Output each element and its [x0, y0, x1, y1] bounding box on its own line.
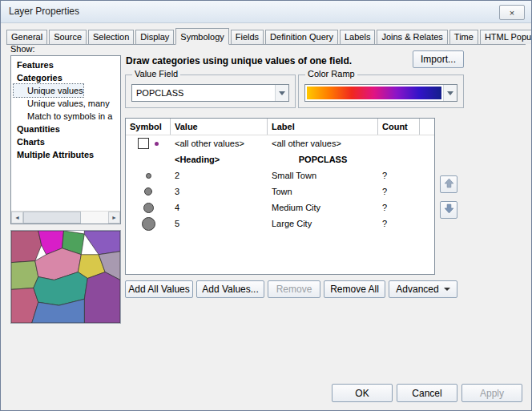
color-ramp-legend: Color Ramp	[305, 69, 357, 79]
tree-item-quantities[interactable]: Quantities	[14, 123, 60, 135]
tab-strip: General Source Selection Display Symbolo…	[6, 27, 526, 45]
value-field-dropdown[interactable]: POPCLASS	[131, 84, 289, 102]
value-field-group: Value Field POPCLASS	[125, 75, 296, 108]
tab-display[interactable]: Display	[135, 30, 174, 44]
color-ramp-group: Color Ramp	[298, 75, 464, 108]
table-row-heading[interactable]: <Heading> POPCLASS	[126, 151, 434, 167]
point-symbol-icon	[144, 187, 152, 195]
tree-item-charts[interactable]: Charts	[14, 135, 45, 148]
cell-count: ?	[378, 203, 420, 212]
advanced-button[interactable]: Advanced	[389, 280, 457, 298]
map-preview	[10, 230, 121, 324]
scrollbar-thumb[interactable]	[23, 212, 81, 224]
tree-item-categories[interactable]: Categories	[14, 71, 62, 84]
table-row-value-3[interactable]: 3 Town ?	[126, 183, 434, 199]
move-down-button[interactable]	[440, 201, 457, 219]
table-row-value-4[interactable]: 4 Medium City ?	[126, 199, 434, 216]
chevron-down-icon[interactable]	[443, 85, 457, 101]
col-header-symbol[interactable]: Symbol	[126, 119, 171, 135]
down-arrow-icon	[444, 203, 454, 216]
values-table: Symbol Value Label Count <all other valu…	[125, 118, 435, 275]
color-ramp-dropdown[interactable]	[304, 84, 457, 102]
tree-item-unique-values-many[interactable]: Unique values, many	[14, 97, 110, 110]
layer-properties-dialog: Layer Properties × General Source Select…	[0, 0, 532, 411]
all-other-values-checkbox[interactable]	[138, 138, 149, 149]
remove-button[interactable]: Remove	[268, 280, 320, 298]
dropdown-caret-icon	[444, 288, 450, 294]
table-header-row: Symbol Value Label Count	[126, 119, 434, 135]
cell-label: POPCLASS	[268, 155, 378, 164]
panel-heading: Draw categories using unique values of o…	[126, 55, 352, 66]
move-up-button[interactable]	[440, 175, 457, 193]
col-header-spacer	[420, 119, 434, 135]
cell-label: Medium City	[268, 203, 378, 212]
value-field-legend: Value Field	[132, 69, 180, 79]
cell-value: 4	[171, 203, 268, 212]
tree-item-features[interactable]: Features	[14, 58, 54, 71]
states-map-graphic	[11, 231, 120, 323]
table-row-all-other-values[interactable]: <all other values> <all other values>	[126, 135, 434, 151]
tab-general[interactable]: General	[6, 30, 47, 44]
col-header-count[interactable]: Count	[378, 119, 420, 135]
scroll-right-icon[interactable]: ►	[108, 212, 120, 224]
table-row-value-5[interactable]: 5 Large City ?	[126, 216, 434, 232]
window-title: Layer Properties	[9, 6, 79, 17]
show-tree: Features Categories Unique values Unique…	[10, 55, 121, 224]
close-button[interactable]: ×	[499, 5, 525, 20]
add-values-button[interactable]: Add Values...	[196, 280, 264, 298]
scroll-left-icon[interactable]: ◄	[11, 212, 23, 224]
ok-button[interactable]: OK	[332, 384, 393, 402]
import-button[interactable]: Import...	[413, 50, 464, 68]
cell-value: 3	[171, 187, 268, 196]
cell-count: ?	[378, 171, 420, 180]
tab-selection[interactable]: Selection	[88, 30, 134, 44]
apply-button[interactable]: Apply	[461, 384, 522, 402]
tab-source[interactable]: Source	[49, 30, 87, 44]
cancel-button[interactable]: Cancel	[397, 384, 457, 402]
point-symbol-icon	[155, 142, 159, 146]
tab-symbology[interactable]: Symbology	[175, 28, 228, 45]
cell-value: 5	[171, 219, 268, 228]
tab-fields[interactable]: Fields	[231, 30, 264, 44]
cell-count: ?	[378, 187, 420, 196]
cell-value: 2	[171, 171, 268, 180]
scrollbar-track[interactable]	[23, 212, 108, 224]
cell-label: Large City	[268, 219, 378, 228]
tree-item-match-to-symbols[interactable]: Match to symbols in a	[14, 110, 112, 123]
tree-item-unique-values[interactable]: Unique values	[14, 84, 83, 97]
cell-label: Small Town	[268, 171, 378, 180]
point-symbol-icon	[142, 217, 155, 231]
point-symbol-icon	[146, 173, 151, 179]
table-row-value-2[interactable]: 2 Small Town ?	[126, 167, 434, 183]
tree-hscrollbar[interactable]: ◄ ►	[11, 211, 120, 224]
chevron-down-icon[interactable]	[275, 85, 288, 101]
show-label: Show:	[10, 44, 35, 54]
up-arrow-icon	[444, 178, 454, 191]
titlebar[interactable]: Layer Properties ×	[1, 1, 531, 23]
tab-definition-query[interactable]: Definition Query	[265, 30, 338, 44]
show-tree-items: Features Categories Unique values Unique…	[11, 56, 120, 161]
cell-value: <Heading>	[171, 155, 268, 164]
remove-all-button[interactable]: Remove All	[324, 280, 385, 298]
tab-joins-relates[interactable]: Joins & Relates	[377, 30, 447, 44]
tab-labels[interactable]: Labels	[340, 30, 375, 44]
add-all-values-button[interactable]: Add All Values	[125, 280, 193, 298]
tree-item-multiple-attributes[interactable]: Multiple Attributes	[14, 148, 94, 161]
value-field-selected-value: POPCLASS	[132, 88, 275, 98]
advanced-button-label: Advanced	[396, 284, 438, 295]
point-symbol-icon	[143, 203, 154, 213]
col-header-label[interactable]: Label	[268, 119, 378, 135]
col-header-value[interactable]: Value	[171, 119, 268, 135]
close-icon: ×	[510, 8, 514, 18]
tab-time[interactable]: Time	[449, 30, 478, 44]
cell-count: ?	[378, 219, 420, 228]
tab-html-popup[interactable]: HTML Popup	[480, 30, 532, 44]
cell-value: <all other values>	[171, 139, 268, 148]
cell-label: Town	[268, 187, 378, 196]
color-ramp-swatch	[307, 87, 441, 99]
cell-label: <all other values>	[268, 139, 378, 148]
